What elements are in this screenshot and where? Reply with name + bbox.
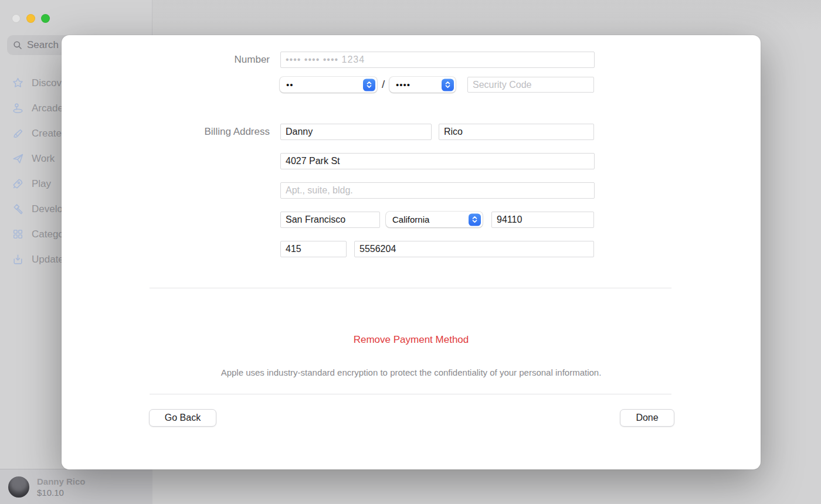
account-name: Danny Rico [37, 476, 86, 487]
divider [150, 288, 671, 288]
joystick-icon [12, 102, 24, 114]
stepper-icon [469, 213, 481, 226]
zip-input[interactable] [491, 212, 594, 228]
billing-address-label: Billing Address [117, 124, 270, 140]
sidebar-item-label: Work [32, 153, 55, 165]
star-icon [12, 77, 24, 89]
security-code-input[interactable] [467, 77, 594, 93]
close-button[interactable] [12, 14, 21, 23]
remove-payment-method-link[interactable]: Remove Payment Method [62, 334, 761, 346]
window-controls [12, 14, 50, 23]
paintbrush-icon [12, 127, 24, 139]
done-button[interactable]: Done [620, 409, 674, 427]
go-back-button[interactable]: Go Back [149, 409, 216, 427]
stepper-icon [363, 79, 375, 91]
privacy-note: Apple uses industry-standard encryption … [120, 367, 702, 377]
divider [150, 394, 671, 394]
minimize-button[interactable] [26, 14, 35, 23]
payment-method-dialog: Number •• / •••• Billing Address [62, 35, 761, 469]
app-store-window: t Card nny Search Discove [0, 0, 821, 504]
expiry-month-value: •• [286, 80, 294, 90]
expiry-month-select[interactable]: •• [280, 77, 377, 93]
expiry-separator: / [382, 78, 385, 91]
sidebar-item-label: Create [32, 128, 62, 139]
stepper-icon [442, 79, 454, 91]
area-code-input[interactable] [280, 241, 347, 257]
hammer-icon [12, 203, 24, 215]
city-input[interactable] [280, 212, 380, 228]
search-icon [13, 40, 22, 50]
state-select[interactable]: California [386, 212, 483, 227]
zoom-button[interactable] [41, 14, 50, 23]
street-address-input[interactable] [280, 153, 595, 169]
sidebar-item-label: Play [32, 178, 51, 190]
last-name-input[interactable] [439, 124, 594, 140]
download-icon [12, 253, 24, 265]
paper-plane-icon [12, 152, 24, 165]
phone-input[interactable] [354, 241, 594, 257]
apt-suite-input[interactable] [280, 182, 595, 199]
avatar [8, 476, 29, 498]
sidebar-item-label: Arcade [32, 103, 63, 114]
state-value: California [392, 214, 429, 224]
search-placeholder: Search [27, 39, 59, 51]
expiry-year-value: •••• [396, 80, 410, 90]
card-number-input[interactable] [280, 52, 595, 68]
expiry-year-select[interactable]: •••• [389, 77, 456, 93]
account-balance: $10.10 [37, 487, 86, 498]
grid-icon [12, 228, 24, 240]
account-footer[interactable]: Danny Rico $10.10 [0, 469, 152, 504]
rocket-icon [12, 178, 24, 190]
first-name-input[interactable] [280, 124, 432, 140]
card-number-label: Number [117, 52, 270, 68]
account-text: Danny Rico $10.10 [37, 476, 86, 498]
